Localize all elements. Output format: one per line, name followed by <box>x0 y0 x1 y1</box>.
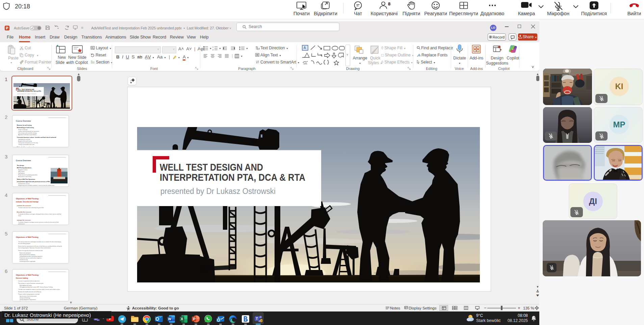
svg-text:▼: ▼ <box>246 47 248 50</box>
svg-text:1: 1 <box>212 46 214 48</box>
svg-text:P: P <box>193 317 196 321</box>
svg-text:2: 2 <box>212 49 214 51</box>
svg-text:X: X <box>181 317 183 321</box>
svg-text:▼: ▼ <box>209 47 212 50</box>
svg-text:z: z <box>534 316 535 318</box>
svg-text:P: P <box>6 26 8 30</box>
svg-text:▼: ▼ <box>219 47 221 50</box>
svg-text:W: W <box>168 317 172 321</box>
svg-text:▼: ▼ <box>240 55 243 57</box>
svg-text:A: A <box>258 47 260 50</box>
svg-text:8: 8 <box>388 1 390 6</box>
svg-text:A: A <box>419 54 420 57</box>
svg-text:A: A <box>304 46 306 50</box>
svg-text:8: 8 <box>261 320 262 322</box>
svg-text:T: T <box>256 317 258 321</box>
